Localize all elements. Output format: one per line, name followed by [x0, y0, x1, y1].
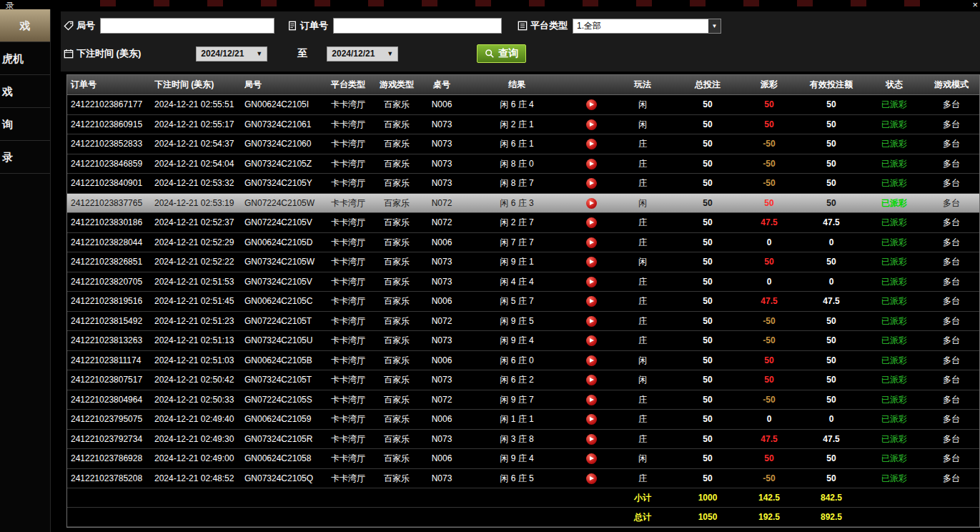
result-cell: 闲 6 庄 0 [463, 351, 570, 370]
play-video-icon[interactable] [586, 335, 597, 346]
table-no-cell: N073 [420, 115, 463, 134]
sidebar-item-0[interactable]: 戏 [0, 9, 50, 42]
close-icon[interactable]: × [972, 0, 978, 10]
game-type-cell: 百家乐 [373, 430, 420, 449]
order-id-label-text: 订单号 [300, 19, 328, 32]
platform-cell: 卡卡湾厅 [323, 292, 373, 311]
game-type-cell: 百家乐 [373, 272, 420, 292]
column-header: 下注时间 (美东) [154, 75, 244, 94]
valid-bet-cell: 50 [796, 115, 866, 134]
payout-cell: 50 [742, 252, 796, 272]
game-type-cell: 百家乐 [373, 233, 420, 252]
play-video-icon[interactable] [586, 473, 597, 484]
play-video-icon[interactable] [586, 198, 597, 209]
play-video-icon[interactable] [586, 99, 597, 110]
table-row[interactable]: 2412210238268512024-12-21 02:52:22GN0732… [67, 252, 979, 272]
game-type-cell: 百家乐 [373, 95, 420, 114]
play-video-icon[interactable] [586, 434, 597, 445]
video-play-cell [570, 194, 612, 213]
platform-cell: 卡卡湾厅 [323, 194, 373, 213]
play-video-icon[interactable] [586, 296, 597, 307]
round-id-input[interactable] [100, 18, 274, 34]
table-row[interactable]: 2412210238207052024-12-21 02:51:53GN0732… [67, 272, 979, 292]
order-id-cell: 241221023830186 [67, 213, 154, 232]
status-cell: 已派彩 [866, 370, 922, 390]
table-row[interactable]: 2412210238528332024-12-21 02:54:37GN0732… [67, 134, 979, 154]
play-video-icon[interactable] [586, 178, 597, 189]
status-cell: 已派彩 [866, 331, 922, 350]
date-to-select[interactable]: 2024/12/21 ▼ [327, 46, 398, 61]
order-id-cell: 241221023852833 [67, 134, 154, 154]
table-row[interactable]: 2412210238111742024-12-21 02:51:03GN0062… [67, 351, 979, 371]
status-cell: 已派彩 [866, 449, 922, 468]
table-no-cell: N073 [420, 174, 463, 193]
table-row[interactable]: 2412210238609152024-12-21 02:55:17GN0732… [67, 115, 979, 135]
status-cell: 已派彩 [866, 292, 922, 311]
table-row[interactable]: 2412210238049642024-12-21 02:50:33GN0722… [67, 390, 979, 410]
total-bet-cell: 50 [673, 115, 742, 134]
table-row[interactable]: 2412210237950752024-12-21 02:49:40GN0062… [67, 410, 979, 430]
payout-cell: 50 [742, 194, 796, 213]
play-video-icon[interactable] [586, 237, 597, 248]
chevron-down-icon: ▼ [387, 50, 393, 57]
subtotal-row: 小计 1000 142.5 842.5 [67, 488, 979, 508]
sidebar-item-4[interactable]: 录 [0, 141, 50, 174]
order-id-cell: 241221023867177 [67, 95, 154, 114]
play-video-icon[interactable] [586, 355, 597, 366]
table-row[interactable]: 2412210238075172024-12-21 02:50:42GN0732… [67, 370, 979, 390]
table-row[interactable]: 2412210238671772024-12-21 02:55:51GN0062… [67, 95, 979, 115]
table-row[interactable]: 2412210237852082024-12-21 02:48:52GN0732… [67, 469, 979, 489]
betting-records-screen: 录 × 戏虎机戏询录 局号 订单号 平台类型 1.全部 ▼ [0, 0, 980, 532]
table-row[interactable]: 2412210238195162024-12-21 02:51:45GN0062… [67, 292, 979, 312]
result-cell: 闲 9 庄 7 [463, 390, 570, 410]
date-from-select[interactable]: 2024/12/21 ▼ [196, 46, 267, 61]
table-row[interactable]: 2412210238377652024-12-21 02:53:19GN0722… [67, 194, 979, 214]
total-bet-cell: 50 [673, 292, 742, 311]
play-type-cell: 闲 [612, 95, 673, 114]
bet-time-cell: 2024-12-21 02:50:33 [154, 390, 244, 410]
table-row[interactable]: 2412210238409012024-12-21 02:53:32GN0732… [67, 174, 979, 194]
table-row[interactable]: 2412210237927342024-12-21 02:49:30GN0732… [67, 430, 979, 450]
game-mode-cell: 多台 [922, 410, 980, 429]
table-body: 2412210238671772024-12-21 02:55:51GN0062… [67, 95, 979, 488]
play-video-icon[interactable] [586, 119, 597, 130]
game-mode-cell: 多台 [922, 233, 980, 252]
play-type-cell: 闲 [612, 252, 673, 272]
play-video-icon[interactable] [586, 453, 597, 464]
sidebar-item-3[interactable]: 询 [0, 108, 50, 141]
play-video-icon[interactable] [586, 217, 597, 228]
game-type-cell: 百家乐 [373, 331, 420, 350]
video-play-cell [570, 410, 612, 429]
game-mode-cell: 多台 [922, 351, 980, 370]
table-no-cell: N006 [420, 292, 463, 311]
payout-cell: 50 [742, 449, 796, 468]
table-row[interactable]: 2412210238301862024-12-21 02:52:37GN0722… [67, 213, 979, 233]
play-video-icon[interactable] [586, 139, 597, 149]
order-id-cell: 241221023786928 [67, 449, 154, 468]
play-video-icon[interactable] [586, 159, 597, 169]
table-row[interactable]: 2412210238468592024-12-21 02:54:04GN0732… [67, 154, 979, 174]
table-row[interactable]: 2412210238132632024-12-21 02:51:13GN0732… [67, 331, 979, 351]
order-id-input[interactable] [333, 18, 502, 34]
table-row[interactable]: 2412210237869282024-12-21 02:49:00GN0062… [67, 449, 979, 469]
play-video-icon[interactable] [586, 395, 597, 405]
video-play-cell [570, 292, 612, 311]
play-video-icon[interactable] [586, 375, 597, 385]
valid-bet-cell: 47.5 [796, 292, 866, 311]
platform-type-select[interactable]: 1.全部 ▼ [573, 19, 721, 34]
play-video-icon[interactable] [586, 316, 597, 327]
play-video-icon[interactable] [586, 257, 597, 267]
sidebar-item-2[interactable]: 戏 [0, 75, 50, 108]
play-video-icon[interactable] [586, 414, 597, 425]
game-type-cell: 百家乐 [373, 252, 420, 272]
platform-cell: 卡卡湾厅 [323, 174, 373, 193]
search-button[interactable]: 查询 [477, 44, 526, 63]
table-row[interactable]: 2412210238154922024-12-21 02:51:23GN0722… [67, 312, 979, 332]
game-mode-cell: 多台 [922, 174, 980, 193]
game-type-cell: 百家乐 [373, 351, 420, 370]
total-bet-cell: 50 [673, 312, 742, 331]
play-video-icon[interactable] [586, 277, 597, 287]
table-row[interactable]: 2412210238280442024-12-21 02:52:29GN0062… [67, 233, 979, 253]
sidebar-item-1[interactable]: 虎机 [0, 42, 50, 75]
order-id-cell: 241221023837765 [67, 194, 154, 213]
